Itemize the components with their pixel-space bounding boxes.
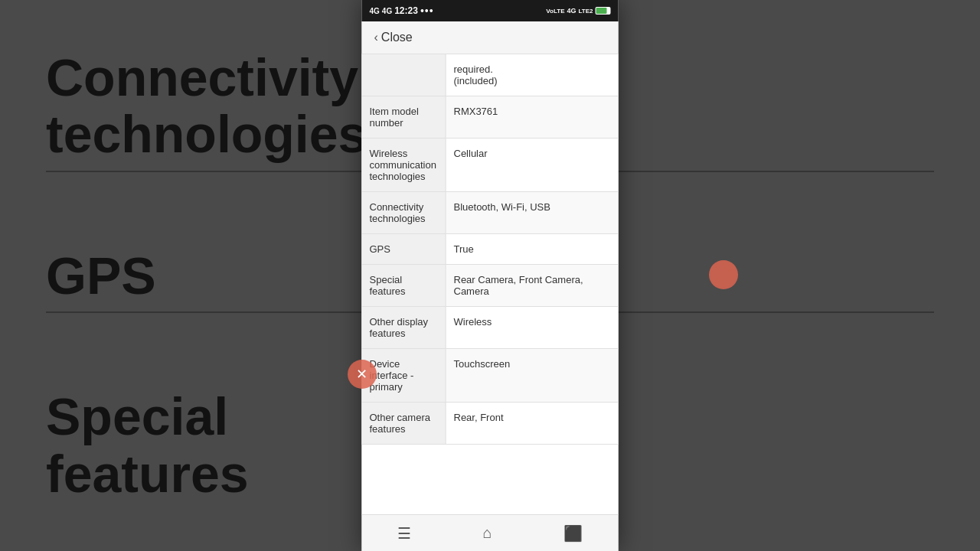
- table-row: Wireless communication technologies Cell…: [362, 139, 619, 192]
- table-content[interactable]: required.(included) Item model number RM…: [362, 54, 619, 514]
- cell-label-gps: GPS: [362, 234, 446, 264]
- home-icon[interactable]: ⌂: [482, 524, 492, 542]
- cell-value-wireless-comm: Cellular: [446, 139, 619, 191]
- signal-4g-3: 4G: [567, 7, 577, 15]
- status-left: 4G 4G 12:23 •••: [370, 5, 434, 17]
- table-row: required.(included): [362, 54, 619, 96]
- navigation-bar: ☰ ⌂ ⬛: [362, 514, 619, 551]
- table-row: Other display features Wireless: [362, 307, 619, 349]
- cell-value-special: Rear Camera, Front Camera, Camera: [446, 265, 619, 306]
- status-time: 12:23: [394, 5, 418, 16]
- scroll-indicator-right: [709, 260, 738, 289]
- close-button[interactable]: ‹ Close: [374, 31, 606, 44]
- close-label: Close: [381, 31, 413, 44]
- chevron-left-icon: ‹: [374, 31, 378, 44]
- cell-label-0: [362, 54, 446, 96]
- cell-label-wireless-comm: Wireless communication technologies: [362, 139, 446, 191]
- cell-value-0: required.(included): [446, 54, 619, 96]
- table-row: Connectivity technologies Bluetooth, Wi-…: [362, 192, 619, 234]
- status-right: VoLTE 4G LTE2: [546, 7, 610, 15]
- cell-value-device-interface: Touchscreen: [446, 349, 619, 402]
- more-dots: •••: [420, 5, 434, 17]
- cell-value-item-model: RMX3761: [446, 96, 619, 138]
- lte2-icon: LTE2: [579, 8, 593, 15]
- cell-label-special: Special features: [362, 265, 446, 306]
- cell-label-item-model: Item model number: [362, 96, 446, 138]
- back-icon[interactable]: ⬛: [564, 524, 583, 543]
- signal-4g-2: 4G: [382, 7, 392, 15]
- cell-label-other-camera: Other camera features: [362, 403, 446, 444]
- table-row: Device interface - primary Touchscreen: [362, 349, 619, 403]
- table-row: Other camera features Rear, Front: [362, 403, 619, 445]
- table-row: GPS True: [362, 234, 619, 265]
- status-bar: 4G 4G 12:23 ••• VoLTE 4G LTE2: [362, 0, 619, 21]
- table-row: Item model number RMX3761: [362, 96, 619, 139]
- modal-header: ‹ Close: [362, 21, 619, 54]
- cell-label-connectivity: Connectivity technologies: [362, 192, 446, 233]
- cell-label-other-display: Other display features: [362, 307, 446, 348]
- phone-overlay: 4G 4G 12:23 ••• VoLTE 4G LTE2 ‹ Close re…: [362, 0, 619, 551]
- table-row: Special features Rear Camera, Front Came…: [362, 265, 619, 307]
- cell-value-connectivity: Bluetooth, Wi-Fi, USB: [446, 192, 619, 233]
- battery-fill: [596, 8, 607, 14]
- action-button-left[interactable]: ✕: [348, 360, 377, 389]
- cell-value-gps: True: [446, 234, 619, 264]
- signal-4g-1: 4G: [370, 7, 380, 15]
- cell-value-other-camera: Rear, Front: [446, 403, 619, 444]
- close-x-icon: ✕: [356, 366, 368, 383]
- menu-icon[interactable]: ☰: [397, 524, 411, 543]
- volte-icon: VoLTE: [546, 8, 564, 15]
- battery-icon: [596, 7, 611, 15]
- cell-value-other-display: Wireless: [446, 307, 619, 348]
